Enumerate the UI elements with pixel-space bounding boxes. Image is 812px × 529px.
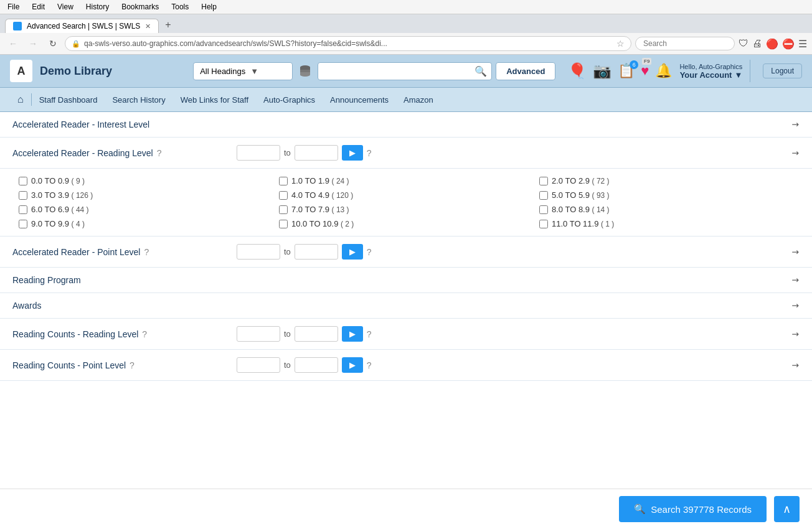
expand-reading-counts-reading-icon[interactable]: ↗ xyxy=(790,328,802,340)
nav-announcements[interactable]: Announcements xyxy=(323,89,396,111)
expand-reading-icon[interactable]: ↗ xyxy=(790,147,802,159)
point-level-range-help-icon[interactable]: ? xyxy=(367,247,372,257)
reading-level-range-help-icon[interactable]: ? xyxy=(367,148,372,158)
back-button[interactable]: ← xyxy=(5,35,21,52)
reading-counts-point-to-input[interactable] xyxy=(295,357,338,373)
forward-button[interactable]: → xyxy=(25,35,41,52)
checkbox-10.0-10.9[interactable]: 10.0 TO 10.9 ( 2 ) xyxy=(279,219,539,228)
checkbox-input-2.0-2.9[interactable] xyxy=(539,177,548,185)
accelerated-reader-interest-section[interactable]: Accelerated Reader - Interest Level ↗ xyxy=(0,112,812,138)
checkbox-input-0.0-0.9[interactable] xyxy=(19,177,27,185)
reading-counts-reading-help-icon[interactable]: ? xyxy=(142,329,147,339)
user-account-area[interactable]: Hello, Auto-Graphics Your Account ▼ xyxy=(679,63,742,80)
expand-reading-counts-point-icon[interactable]: ↗ xyxy=(790,359,802,372)
accelerated-reader-interest-title: Accelerated Reader - Interest Level xyxy=(12,119,792,129)
reading-program-section[interactable]: Reading Program ↗ xyxy=(0,268,812,293)
point-level-go-button[interactable]: ▶ xyxy=(342,244,363,260)
user-account-link[interactable]: Your Account ▼ xyxy=(680,70,743,80)
reading-counts-point-range-help-icon[interactable]: ? xyxy=(367,360,372,370)
checkbox-input-3.0-3.9[interactable] xyxy=(19,191,27,200)
reading-level-from-input[interactable] xyxy=(237,145,280,161)
reading-counts-reading-to-input[interactable] xyxy=(295,326,338,342)
nav-staff-dashboard[interactable]: Staff Dashboard xyxy=(32,89,105,111)
f9-badge: F9 xyxy=(642,58,651,65)
database-icon[interactable] xyxy=(296,62,314,80)
menu-icon[interactable]: ☰ xyxy=(798,38,807,50)
search-area: All Headings ▼ 🔍 Advanced xyxy=(193,62,555,80)
browser-search-input[interactable] xyxy=(635,37,735,50)
checkbox-11.0-11.9[interactable]: 11.0 TO 11.9 ( 1 ) xyxy=(539,219,800,228)
expand-point-icon[interactable]: ↗ xyxy=(790,246,802,258)
awards-section[interactable]: Awards ↗ xyxy=(0,293,812,319)
checkbox-0.0-0.9[interactable]: 0.0 TO 0.9 ( 9 ) xyxy=(19,176,279,185)
bottom-spacer xyxy=(0,381,812,431)
checkbox-8.0-8.9[interactable]: 8.0 TO 8.9 ( 14 ) xyxy=(539,205,800,214)
checkbox-7.0-7.9[interactable]: 7.0 TO 7.9 ( 13 ) xyxy=(279,205,539,214)
checkbox-input-9.0-9.9[interactable] xyxy=(19,220,27,228)
accelerated-reader-reading-row: Accelerated Reader - Reading Level ? to … xyxy=(0,138,812,169)
point-level-to-input[interactable] xyxy=(295,244,338,260)
nav-search-history[interactable]: Search History xyxy=(105,89,172,111)
reading-counts-point-go-button[interactable]: ▶ xyxy=(342,357,363,373)
browser-tab-active[interactable]: Advanced Search | SWLS | SWLS ✕ xyxy=(5,19,159,33)
new-tab-button[interactable]: + xyxy=(160,17,176,33)
reading-counts-point-from-input[interactable] xyxy=(237,357,280,373)
checkbox-input-1.0-1.9[interactable] xyxy=(279,177,288,185)
checkbox-4.0-4.9[interactable]: 4.0 TO 4.9 ( 120 ) xyxy=(279,190,539,200)
search-icon: 🔍 xyxy=(634,503,646,515)
nav-auto-graphics[interactable]: Auto-Graphics xyxy=(256,89,323,111)
reading-counts-point-label: Reading Counts - Point Level ? xyxy=(12,360,237,370)
tab-close-button[interactable]: ✕ xyxy=(145,22,151,30)
menu-history[interactable]: History xyxy=(83,1,111,12)
reading-counts-point-help-icon[interactable]: ? xyxy=(130,360,135,370)
extension-icon-2: ⛔ xyxy=(782,38,795,50)
checkbox-input-11.0-11.9[interactable] xyxy=(539,220,548,228)
reading-counts-reading-range-help-icon[interactable]: ? xyxy=(367,329,372,339)
advanced-search-button[interactable]: Advanced xyxy=(496,62,555,80)
checkbox-input-5.0-5.9[interactable] xyxy=(539,191,548,200)
menu-bookmarks[interactable]: Bookmarks xyxy=(119,1,161,12)
balloon-icon[interactable]: 🎈 xyxy=(568,62,587,80)
bookmark-star-button[interactable]: ☆ xyxy=(616,39,625,49)
reading-level-help-icon[interactable]: ? xyxy=(157,148,162,158)
headings-dropdown[interactable]: All Headings ▼ xyxy=(193,62,293,80)
url-bar[interactable]: 🔒 qa-swls-verso.auto-graphics.com/advanc… xyxy=(65,36,631,51)
nav-home-button[interactable]: ⌂ xyxy=(10,88,31,111)
checkbox-2.0-2.9[interactable]: 2.0 TO 2.9 ( 72 ) xyxy=(539,176,800,185)
menu-tools[interactable]: Tools xyxy=(169,1,191,12)
back-to-top-button[interactable]: ∧ xyxy=(774,496,800,522)
bell-icon[interactable]: 🔔 xyxy=(655,63,672,79)
point-level-from-input[interactable] xyxy=(237,244,280,260)
search-records-button[interactable]: 🔍 Search 397778 Records xyxy=(619,496,767,522)
reading-level-to-input[interactable] xyxy=(295,145,338,161)
checkbox-input-4.0-4.9[interactable] xyxy=(279,191,288,200)
menu-edit[interactable]: Edit xyxy=(29,1,47,12)
checkbox-input-10.0-10.9[interactable] xyxy=(279,220,288,228)
reading-counts-reading-from-input[interactable] xyxy=(237,326,280,342)
camera-icon[interactable]: 📷 xyxy=(593,62,611,80)
nav-web-links[interactable]: Web Links for Staff xyxy=(173,89,256,111)
list-icon[interactable]: 📋 6 xyxy=(618,63,635,79)
checkbox-input-6.0-6.9[interactable] xyxy=(19,205,27,214)
checkbox-1.0-1.9[interactable]: 1.0 TO 1.9 ( 24 ) xyxy=(279,176,539,185)
logout-button[interactable]: Logout xyxy=(763,63,802,78)
checkbox-input-8.0-8.9[interactable] xyxy=(539,205,548,214)
nav-amazon[interactable]: Amazon xyxy=(396,89,441,111)
menu-help[interactable]: Help xyxy=(199,1,219,12)
point-level-help-icon[interactable]: ? xyxy=(144,247,149,257)
awards-title: Awards xyxy=(12,301,792,311)
menu-view[interactable]: View xyxy=(55,1,76,12)
heart-icon[interactable]: ♥ F9 xyxy=(641,63,649,79)
refresh-button[interactable]: ↻ xyxy=(45,35,61,52)
checkbox-6.0-6.9[interactable]: 6.0 TO 6.9 ( 44 ) xyxy=(19,205,279,214)
reading-counts-reading-go-button[interactable]: ▶ xyxy=(342,326,363,342)
reading-level-go-button[interactable]: ▶ xyxy=(342,145,363,161)
reading-counts-reading-label: Reading Counts - Reading Level ? xyxy=(12,329,237,339)
checkbox-9.0-9.9[interactable]: 9.0 TO 9.9 ( 4 ) xyxy=(19,219,279,228)
search-button[interactable]: 🔍 xyxy=(474,65,487,77)
checkbox-input-7.0-7.9[interactable] xyxy=(279,205,288,214)
checkbox-5.0-5.9[interactable]: 5.0 TO 5.9 ( 93 ) xyxy=(539,190,800,200)
search-input[interactable] xyxy=(318,62,492,80)
checkbox-3.0-3.9[interactable]: 3.0 TO 3.9 ( 126 ) xyxy=(19,190,279,200)
menu-file[interactable]: File xyxy=(5,1,22,12)
